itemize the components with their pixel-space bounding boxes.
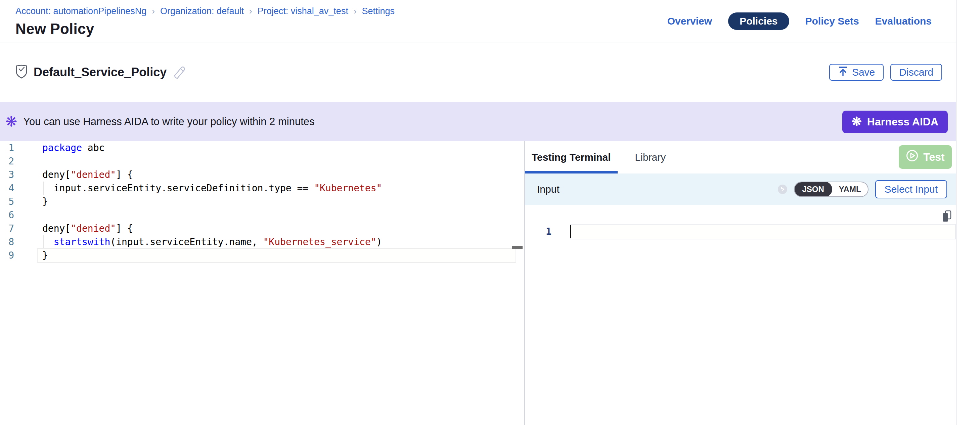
save-button[interactable]: Save [829,64,884,81]
code-token-keyword: package [42,142,82,153]
aida-banner-message: You can use Harness AIDA to write your p… [23,116,314,128]
code-token-string: "denied" [70,223,116,234]
policy-name: Default_Service_Policy [33,65,167,79]
breadcrumb-link[interactable]: Organization: default [160,6,244,16]
test-button-label: Test [923,151,944,163]
code-token-plain: } [42,196,48,207]
tab-overview[interactable]: Overview [667,16,712,27]
overview-ruler-cursor-marker [512,246,523,249]
tab-library[interactable]: Library [628,141,673,174]
code-token-string: "denied" [70,169,116,180]
breadcrumb-separator-icon: › [152,6,155,16]
code-line-6 [38,208,515,222]
code-line-7: deny["denied"] { [38,222,515,235]
code-token-plain: deny[ [42,169,70,180]
breadcrumb-separator-icon: › [354,6,357,16]
rego-code-editor[interactable]: 123456789 package abcdeny["denied"] { in… [0,141,524,425]
test-button[interactable]: Test [899,145,952,169]
code-token-plain: abc [82,142,105,153]
indent-guide [43,182,44,195]
breadcrumb-link[interactable]: Account: automationPipelinesNg [16,6,146,16]
code-token-plain: ] { [116,223,133,234]
editor-line-numbers: 123456789 [0,141,14,262]
code-token-keyword: startswith [54,236,110,248]
line-number: 2 [0,155,14,168]
indent-guide [43,235,44,249]
line-number: 8 [0,235,14,249]
text-cursor [570,225,571,238]
edit-pencil-icon[interactable] [173,66,185,79]
input-section-label: Input [537,184,560,195]
entity-graph-icon [778,185,787,194]
line-number: 9 [0,249,14,262]
code-token-plain: deny[ [42,223,70,234]
breadcrumb-link[interactable]: Settings [362,6,395,16]
input-editor-line-number: 1 [525,224,552,240]
shield-check-icon [16,65,27,80]
code-token-plain: ] { [116,169,133,180]
input-current-line-highlight [570,224,956,240]
copy-icon[interactable] [941,210,953,224]
breadcrumb-link[interactable]: Project: vishal_av_test [258,6,348,16]
line-number: 7 [0,222,14,235]
editor-code: package abcdeny["denied"] { input.servic… [38,141,515,262]
new-policy-page: Account: automationPipelinesNg›Organizat… [0,0,980,425]
breadcrumb-separator-icon: › [249,6,252,16]
code-line-2 [38,155,515,168]
workspace: 123456789 package abcdeny["denied"] { in… [0,141,956,425]
code-token-string: "Kubernetes_service" [263,236,376,248]
select-input-button[interactable]: Select Input [875,180,947,198]
policy-toolbar: Default_Service_Policy Save Disca [0,42,956,102]
aida-banner: ❋ You can use Harness AIDA to write your… [0,102,956,141]
line-number: 4 [0,182,14,195]
code-line-8: startswith(input.serviceEntity.name, "Ku… [38,235,515,249]
breadcrumb: Account: automationPipelinesNg›Organizat… [16,6,395,16]
tab-evaluations[interactable]: Evaluations [875,16,932,27]
page-header: Account: automationPipelinesNg›Organizat… [0,0,956,42]
code-line-9: } [38,249,515,262]
discard-button[interactable]: Discard [890,64,942,81]
save-button-label: Save [852,67,875,78]
line-number: 1 [0,141,14,155]
input-editor[interactable]: 1 [525,205,956,425]
code-line-4: input.serviceEntity.serviceDefinition.ty… [38,182,515,195]
play-circle-icon [906,149,918,165]
tab-policies[interactable]: Policies [728,13,789,30]
aida-flower-icon: ❋ [852,116,862,128]
code-token-plain [42,236,54,248]
discard-button-label: Discard [899,67,933,78]
upload-icon [838,66,848,79]
line-number: 6 [0,208,14,222]
code-token-plain: input.serviceEntity.serviceDefinition.ty… [42,182,314,194]
tab-policy-sets[interactable]: Policy Sets [805,16,859,27]
format-option-yaml[interactable]: YAML [832,182,868,197]
line-number: 3 [0,168,14,182]
harness-aida-button[interactable]: ❋ Harness AIDA [842,110,948,133]
format-option-json[interactable]: JSON [794,182,832,197]
harness-aida-button-label: Harness AIDA [867,116,939,128]
page-title: New Policy [16,21,395,37]
testing-panel-tabs: Testing TerminalLibrary [525,141,956,174]
code-line-5: } [38,195,515,208]
format-toggle: JSON YAML [794,182,868,197]
content-right-edge [956,0,956,425]
code-token-plain: ) [377,236,382,248]
aida-flower-icon: ❋ [5,115,17,129]
line-number: 5 [0,195,14,208]
code-token-string: "Kubernetes" [314,182,382,194]
code-line-3: deny["denied"] { [38,168,515,182]
testing-panel: Testing TerminalLibrary Test Input [525,141,956,425]
code-token-plain: (input.serviceEntity.name, [110,236,263,248]
input-header: Input JSON YAML Select Input [525,174,956,205]
code-line-1: package abc [38,141,515,155]
module-tabs: OverviewPoliciesPolicy SetsEvaluations [667,0,956,42]
tab-testing-terminal[interactable]: Testing Terminal [525,141,617,174]
code-token-plain: } [42,250,48,261]
